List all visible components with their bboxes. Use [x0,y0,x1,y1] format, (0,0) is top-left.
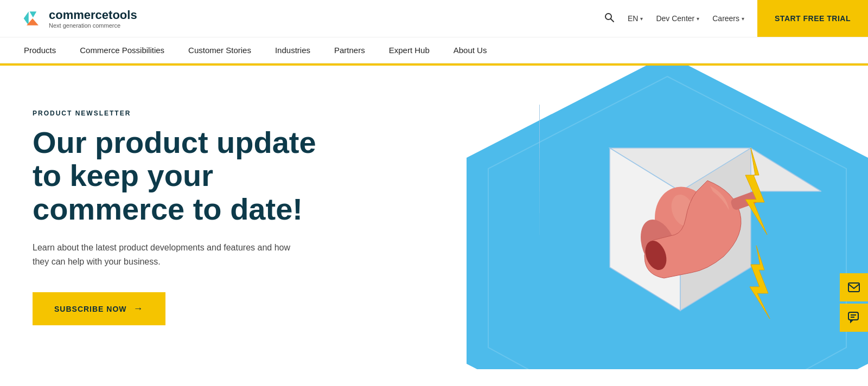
svg-marker-30 [750,246,770,319]
nav-items: Products Commerce Possibilities Customer… [22,37,846,63]
svg-marker-0 [24,11,29,25]
svg-rect-32 [848,312,858,320]
nav-item-customer-stories[interactable]: Customer Stories [186,37,253,63]
main-nav: Products Commerce Possibilities Customer… [0,37,868,63]
dev-center-menu[interactable]: Dev Center ▾ [656,14,699,23]
nav-item-about-us[interactable]: About Us [451,37,489,63]
hero-label: PRODUCT NEWSLETTER [33,110,347,117]
hero-section: PRODUCT NEWSLETTER Our product update to… [0,66,868,369]
dev-center-chevron: ▾ [697,16,699,22]
side-buttons [840,273,868,332]
logo-area: commercetools Next generation commerce [0,0,159,37]
chat-icon [847,311,860,324]
search-button[interactable] [604,12,615,25]
svg-rect-31 [848,283,859,292]
hero-content: PRODUCT NEWSLETTER Our product update to… [0,77,380,358]
logo-brand: commercetools [49,8,137,22]
nav-item-commerce-possibilities[interactable]: Commerce Possibilities [78,37,167,63]
hero-title: Our product update to keep your commerce… [33,126,347,226]
logo-tagline: Next generation commerce [49,22,137,29]
subscribe-now-button[interactable]: SUBSCRIBE NOW → [33,292,165,325]
careers-menu[interactable]: Careers ▾ [712,14,744,23]
illustration [539,105,821,321]
nav-item-products[interactable]: Products [22,37,58,63]
careers-label: Careers [712,14,739,23]
nav-item-industries[interactable]: Industries [273,37,312,63]
logo-icon [22,8,43,29]
nav-item-expert-hub[interactable]: Expert Hub [387,37,432,63]
start-free-trial-button[interactable]: START FREE TRIAL [757,0,868,37]
careers-chevron: ▾ [742,16,744,22]
svg-line-4 [611,19,614,22]
hero-image-area [380,66,868,369]
email-side-button[interactable] [840,273,868,301]
svg-marker-2 [30,11,37,17]
nav-item-partners[interactable]: Partners [332,37,367,63]
language-chevron: ▾ [640,16,643,22]
subscribe-btn-label: SUBSCRIBE NOW [54,305,127,313]
language-label: EN [628,14,638,23]
chat-side-button[interactable] [840,304,868,332]
dev-center-label: Dev Center [656,14,694,23]
search-icon [604,12,615,23]
language-selector[interactable]: EN ▾ [628,14,643,23]
illustration-svg [539,105,821,321]
email-icon [847,281,860,294]
arrow-icon: → [133,303,144,314]
hero-description: Learn about the latest product developme… [33,241,293,268]
